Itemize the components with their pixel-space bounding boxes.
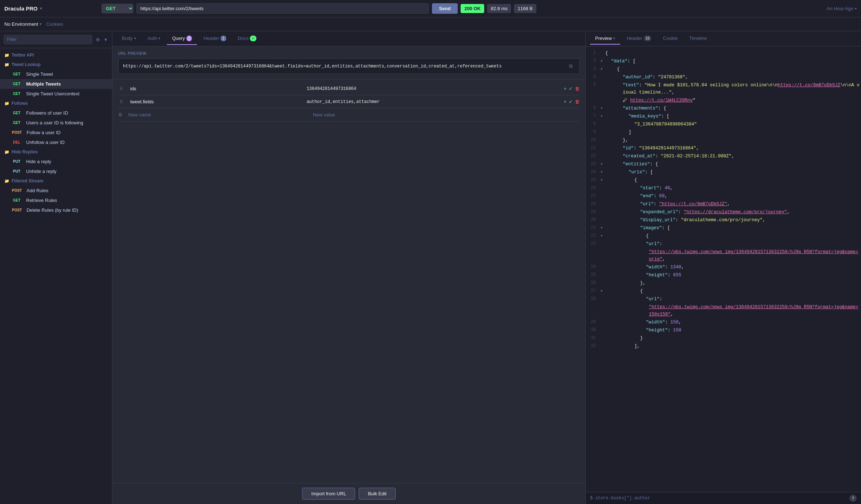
method-tag-get-5: GET [10,120,23,125]
json-line: 🖊 https://t.co/lW4LC39Rny" [586,96,861,104]
json-line: 24 "width": 1340, [586,263,861,271]
delete-icon-tweet-fields[interactable]: 🗑 [575,99,580,104]
center-panel: Body ▾ Auth ▾ Query 2 Header 1 Docs ✓ UR… [112,31,585,504]
json-line: 11 "id": "1364942814497316864", [586,144,861,152]
check-icon-tweet-fields[interactable]: ✓ [569,99,573,104]
help-button[interactable]: ? [849,495,857,502]
params-table: ⠿ ids 1364942814497316864 ▾ ✓ 🗑 ⠿ tweet.… [112,79,585,284]
jsonpath-query[interactable]: $.store.books[*].author [590,496,849,501]
dropdown-icon[interactable]: ▾ [564,86,567,91]
tab-query-label: Query [172,36,185,41]
json-line: 20 "display_url": "draculatheme.com/pro/… [586,216,861,224]
tab-header-label: Header [203,36,219,41]
method-tag-post: POST [10,130,24,135]
sidebar-group-filtered-stream[interactable]: 📁 Filtered Stream [0,176,112,186]
delete-icon-ids[interactable]: 🗑 [575,86,580,91]
sidebar-item-label-12: Delete Rules (by rule ID) [26,207,78,213]
json-line: 5 "text": "How I made $101,578.04 sellin… [586,81,861,96]
json-line: 12 "created_at": "2021-02-25T14:18:21.00… [586,152,861,160]
method-tag-get-6: GET [10,198,23,203]
sidebar-item-delete-rules[interactable]: POST Delete Rules (by rule ID) [0,205,112,215]
app-title: Dracula PRO ▾ [4,5,99,12]
sidebar-item-single-tweet-usercontext[interactable]: GET Single Tweet Usercontext [0,89,112,99]
sidebar-item-unhide-reply[interactable]: PUT Unhide a reply [0,166,112,176]
sidebar-item-users-following[interactable]: GET Users a user ID is following [0,118,112,128]
sidebar-item-follow-user[interactable]: POST Follow a user ID [0,128,112,137]
right-tab-cookie[interactable]: Cookie [658,33,683,45]
import-url-button[interactable]: Import from URL [302,488,355,500]
sidebar-item-label-5: Users a user ID is following [26,120,83,125]
sidebar-item-single-tweet[interactable]: GET Single Tweet [0,69,112,79]
sidebar-item-label-2: Multiple Tweets [26,81,61,87]
sidebar-group-follows[interactable]: 📁 Follows [0,99,112,108]
right-tab-preview[interactable]: Preview ▾ [590,33,620,45]
json-line: 29 "width": 150, [586,318,861,326]
add-icon[interactable]: ⊕ [94,36,102,43]
tab-header[interactable]: Header 1 [198,33,231,45]
param-name-ids: ids [127,84,301,93]
gear-button[interactable]: ⚙ [118,112,123,117]
send-button[interactable]: Send [432,3,458,14]
sidebar-group-twitter-api[interactable]: 📁 Twitter API [0,50,112,60]
sidebar-item-hide-reply[interactable]: PUT Hide a reply [0,157,112,166]
sidebar-item-label-10: Add Rules [26,188,48,193]
param-actions-ids: ▾ ✓ 🗑 [564,86,580,91]
sidebar-filter-input[interactable] [4,35,92,44]
drag-handle[interactable]: ⠿ [118,86,124,91]
param-name-tweet-fields: tweet.fields [127,98,301,106]
json-line: 10 }, [586,136,861,144]
method-tag-post-3: POST [10,208,24,212]
chevron-down-icon[interactable]: ▾ [103,36,108,43]
json-viewer: 1 { 2 ▾ "data": [ 3 ▾ { 4 "author_id": "… [586,46,861,492]
param-row-new: ⚙ New name New value [118,108,580,121]
app-title-chevron[interactable]: ▾ [40,6,42,11]
method-select[interactable]: GET POST PUT DELETE [102,4,133,13]
folder-icon-5: 📁 [4,179,9,183]
secondary-bar: No Environment ▾ Cookies [0,17,861,31]
sidebar-group-tweet-lookup[interactable]: 📁 Tweet Lookup [0,60,112,69]
drag-handle-2[interactable]: ⠿ [118,99,124,104]
json-line: 22 ▾ { [586,232,861,240]
new-param-value-placeholder[interactable]: New value [310,111,580,119]
group-label-tweet-lookup: Tweet Lookup [12,62,41,67]
sidebar-item-unfollow-user[interactable]: DEL Unfollow a user ID [0,137,112,147]
method-tag-put: PUT [10,159,23,164]
json-line: 30 "height": 150 [586,326,861,334]
bottom-bar: $.store.books[*].author ? [586,492,861,504]
env-selector[interactable]: No Environment ▾ [4,21,42,27]
sidebar-item-add-rules[interactable]: POST Add Rules [0,186,112,195]
json-line: 6 ▾ "attachments": { [586,104,861,112]
cookies-button[interactable]: Cookies [46,21,63,27]
sidebar-top: ⊕ ▾ [0,31,112,48]
new-param-name-placeholder[interactable]: New name [125,111,307,119]
right-tab-header-label: Header [627,36,642,41]
json-line: 23 "url": [586,240,861,248]
right-tab-header[interactable]: Header 16 [622,33,656,45]
method-tag-get-4: GET [10,111,23,115]
sidebar-item-multiple-tweets[interactable]: GET Multiple Tweets [0,79,112,89]
sidebar-item-followers-of-user-id[interactable]: GET Followers of user ID [0,108,112,118]
folder-icon-4: 📁 [4,150,9,154]
right-tab-timeline[interactable]: Timeline [684,33,712,45]
check-icon-ids[interactable]: ✓ [569,86,573,91]
tab-body[interactable]: Body ▾ [117,33,141,45]
tab-docs-label: Docs [238,36,249,41]
tab-header-badge: 1 [221,36,226,41]
bulk-edit-button[interactable]: Bulk Edit [359,488,395,500]
dropdown-icon-2[interactable]: ▾ [564,99,567,104]
sidebar-item-label-11: Retrieve Rules [26,198,57,203]
url-input[interactable] [136,3,429,14]
folder-icon-3: 📁 [4,101,9,106]
param-value-ids: 1364942814497316864 [304,85,561,93]
sidebar-item-retrieve-rules[interactable]: GET Retrieve Rules [0,195,112,205]
tab-query[interactable]: Query 2 [167,33,197,45]
tab-auth[interactable]: Auth ▾ [143,33,166,45]
sidebar-item-label-6: Follow a user ID [26,130,61,135]
url-preview-section: URL PREVIEW https://api.twitter.com/2/tw… [112,46,585,79]
copy-url-button[interactable]: ⧉ [567,62,575,70]
sidebar-group-hide-replies[interactable]: 📁 Hide Replies [0,147,112,157]
tab-auth-chevron: ▾ [158,36,160,40]
json-line: 4 "author_id": "24701368", [586,73,861,81]
tab-docs[interactable]: Docs ✓ [233,33,262,45]
json-line: "https://pbs.twimg.com/news_img/13649428… [586,248,861,263]
